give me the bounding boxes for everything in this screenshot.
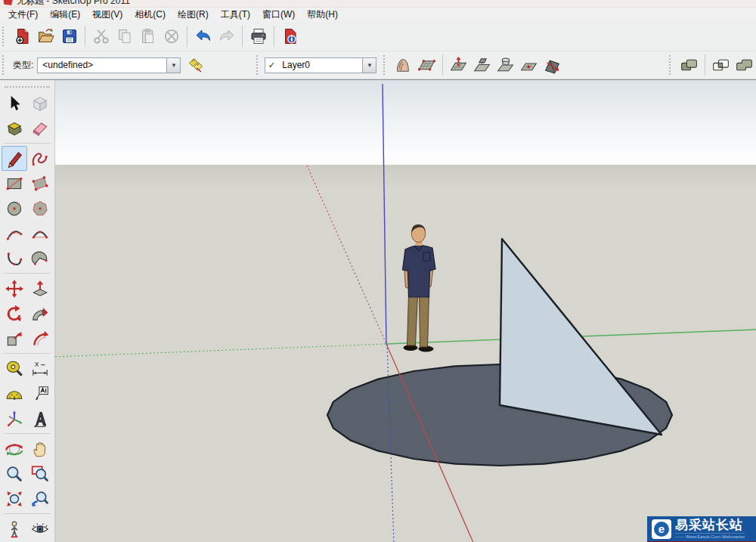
two-point-arc-icon xyxy=(30,224,50,243)
offset-tool[interactable] xyxy=(27,326,53,351)
dimension-tool[interactable] xyxy=(27,356,53,381)
union-button[interactable] xyxy=(733,54,756,77)
palette-row xyxy=(0,146,54,171)
solid-shell-icon xyxy=(680,56,699,75)
orbit-tool[interactable] xyxy=(2,436,27,461)
toolbar-separator xyxy=(242,26,243,47)
eraser-tool[interactable] xyxy=(27,116,53,141)
toolbar-grip[interactable] xyxy=(669,55,674,75)
palette-row xyxy=(0,171,54,196)
zoom-previous-tool[interactable] xyxy=(27,486,53,511)
layer-combo[interactable]: ✓ Layer0 ▼ xyxy=(265,57,376,73)
pie-tool[interactable] xyxy=(27,246,53,271)
menu-draw[interactable]: 绘图(R) xyxy=(172,7,215,23)
model-scene[interactable] xyxy=(55,80,756,542)
two-point-arc-tool[interactable] xyxy=(27,221,53,246)
menu-help[interactable]: 帮助(H) xyxy=(301,7,344,23)
palette-row xyxy=(0,91,54,116)
paint-bucket-tool[interactable] xyxy=(2,116,27,141)
toolbar-separator xyxy=(705,54,705,76)
menu-camera[interactable]: 相机(C) xyxy=(129,7,172,23)
menu-edit[interactable]: 编辑(E) xyxy=(44,7,86,23)
axes-tool[interactable] xyxy=(2,406,27,431)
scale-tool[interactable] xyxy=(2,326,27,351)
toolbar-separator xyxy=(187,26,187,47)
pan-tool[interactable] xyxy=(27,436,53,461)
position-camera-tool[interactable] xyxy=(2,516,27,541)
select-tool[interactable] xyxy=(2,91,27,116)
protractor-tool[interactable] xyxy=(2,381,27,406)
print-button[interactable] xyxy=(246,25,270,48)
toolbar-grip[interactable] xyxy=(2,55,7,75)
from-contours-button[interactable] xyxy=(392,54,415,77)
watermark-title: 易采站长站 xyxy=(675,519,745,531)
triangle-face[interactable] xyxy=(500,239,662,435)
solid-intersect-icon xyxy=(711,56,730,75)
intersect-button[interactable] xyxy=(709,54,733,77)
menu-view[interactable]: 视图(V) xyxy=(86,7,129,23)
palette-row xyxy=(0,461,54,486)
model-info-button[interactable] xyxy=(278,25,302,48)
three-point-arc-tool[interactable] xyxy=(2,246,27,271)
zoom-tool[interactable] xyxy=(2,461,27,486)
rectangle-tool[interactable] xyxy=(2,171,27,196)
toolbar-grip[interactable] xyxy=(256,55,261,75)
zoom-window-tool[interactable] xyxy=(27,461,53,486)
outer-shell-button[interactable] xyxy=(677,54,701,77)
save-button[interactable] xyxy=(57,25,81,48)
arc-tool[interactable] xyxy=(2,221,27,246)
follow-me-icon xyxy=(30,304,50,324)
arc-icon xyxy=(5,224,24,243)
3d-text-tool[interactable] xyxy=(27,406,53,431)
undo-button[interactable] xyxy=(191,25,215,48)
move-tool[interactable] xyxy=(2,276,27,301)
zoom-extents-tool[interactable] xyxy=(2,486,27,511)
move-icon xyxy=(5,279,24,299)
person-leg xyxy=(407,295,418,345)
three-point-arc-icon xyxy=(5,249,24,268)
viewport[interactable]: e 易采站长站 —— Www.Easck.Com Webmaster xyxy=(55,80,756,542)
look-around-icon xyxy=(30,519,50,539)
push-pull-icon xyxy=(30,279,50,299)
chevron-down-icon[interactable]: ▼ xyxy=(362,58,376,73)
make-component-icon xyxy=(30,94,50,113)
palette-separator xyxy=(4,433,51,434)
tape-measure-tool[interactable] xyxy=(2,356,27,381)
chevron-down-icon[interactable]: ▼ xyxy=(166,58,180,73)
look-around-tool[interactable] xyxy=(27,516,53,541)
copy-docs-icon xyxy=(116,27,134,45)
palette-row xyxy=(0,486,54,511)
folder-open-icon xyxy=(37,27,55,45)
smoove-button[interactable] xyxy=(447,54,470,77)
polygon-tool[interactable] xyxy=(27,196,53,221)
toolbar-grip[interactable] xyxy=(383,55,388,75)
text-tool[interactable] xyxy=(27,381,53,406)
rotated-rectangle-tool[interactable] xyxy=(27,171,53,196)
classifier-type-combo[interactable]: <undefined> ▼ xyxy=(37,57,181,73)
toolbar-grip[interactable] xyxy=(2,26,7,46)
follow-me-tool[interactable] xyxy=(27,301,53,326)
menu-window[interactable]: 窗口(W) xyxy=(256,7,301,23)
stamp-button[interactable] xyxy=(470,54,494,77)
person-leg xyxy=(420,295,429,347)
open-button[interactable] xyxy=(34,25,57,48)
drape-button[interactable] xyxy=(494,54,517,77)
add-detail-button[interactable] xyxy=(517,54,541,77)
line-tool[interactable] xyxy=(2,146,27,171)
axes-icon xyxy=(5,409,24,429)
sandbox-drape-icon xyxy=(496,56,515,75)
person-figure[interactable] xyxy=(403,225,436,352)
from-scratch-button[interactable] xyxy=(415,54,438,77)
layer-check-icon: ✓ xyxy=(265,60,277,70)
menu-tools[interactable]: 工具(T) xyxy=(215,7,256,23)
flip-edge-button[interactable] xyxy=(541,54,564,77)
circle-tool[interactable] xyxy=(2,196,27,221)
push-pull-tool[interactable] xyxy=(27,276,53,301)
rotate-tool[interactable] xyxy=(2,301,27,326)
freehand-icon xyxy=(30,149,50,169)
menu-file[interactable]: 文件(F) xyxy=(2,7,44,23)
classifier-tags-button[interactable] xyxy=(184,54,207,77)
new-button[interactable] xyxy=(11,25,34,48)
sketchup-logo-icon xyxy=(3,0,13,5)
freehand-tool[interactable] xyxy=(27,146,53,171)
